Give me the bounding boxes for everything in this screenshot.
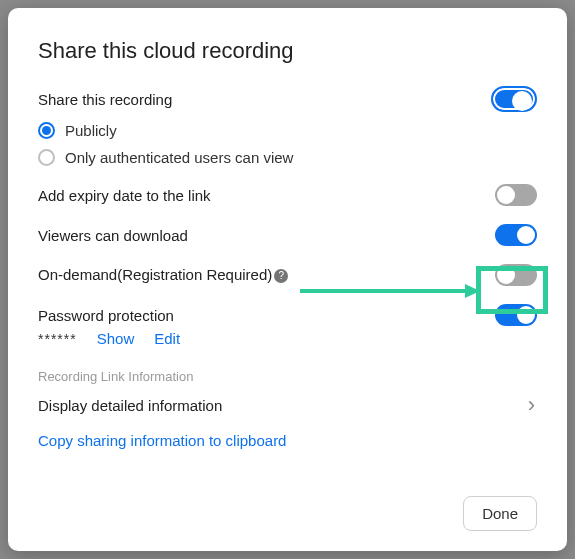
display-detailed-label: Display detailed information <box>38 397 222 414</box>
ondemand-toggle[interactable] <box>495 264 537 286</box>
copy-sharing-info-link[interactable]: Copy sharing information to clipboard <box>38 432 286 449</box>
share-recording-row: Share this recording <box>38 86 537 112</box>
modal-footer: Done <box>463 496 537 531</box>
expiry-toggle[interactable] <box>495 184 537 206</box>
radio-authenticated-label: Only authenticated users can view <box>65 149 293 166</box>
radio-publicly-label: Publicly <box>65 122 117 139</box>
download-label: Viewers can download <box>38 227 188 244</box>
chevron-right-icon: › <box>526 392 537 418</box>
share-recording-toggle[interactable] <box>491 86 537 112</box>
password-label: Password protection <box>38 307 174 324</box>
password-mask: ****** <box>38 331 77 347</box>
password-actions: ****** Show Edit <box>38 330 537 347</box>
download-toggle[interactable] <box>495 224 537 246</box>
password-row: Password protection <box>38 304 537 326</box>
done-button[interactable]: Done <box>463 496 537 531</box>
ondemand-row: On-demand(Registration Required)? <box>38 264 537 286</box>
radio-authenticated[interactable]: Only authenticated users can view <box>38 149 537 166</box>
display-detailed-row[interactable]: Display detailed information › <box>38 392 537 418</box>
share-recording-label: Share this recording <box>38 91 172 108</box>
modal-title: Share this cloud recording <box>38 38 537 64</box>
recording-link-section-label: Recording Link Information <box>38 369 537 384</box>
radio-icon <box>38 122 55 139</box>
ondemand-label: On-demand(Registration Required) <box>38 266 272 283</box>
svg-marker-1 <box>465 284 480 298</box>
password-show-link[interactable]: Show <box>97 330 135 347</box>
radio-publicly[interactable]: Publicly <box>38 122 537 139</box>
radio-icon <box>38 149 55 166</box>
password-toggle[interactable] <box>495 304 537 326</box>
password-edit-link[interactable]: Edit <box>154 330 180 347</box>
expiry-label: Add expiry date to the link <box>38 187 211 204</box>
annotation-arrow-icon <box>300 284 480 298</box>
ondemand-label-wrap: On-demand(Registration Required)? <box>38 266 288 284</box>
share-recording-modal: Share this cloud recording Share this re… <box>8 8 567 551</box>
share-visibility-radio-group: Publicly Only authenticated users can vi… <box>38 122 537 166</box>
download-row: Viewers can download <box>38 224 537 246</box>
help-icon[interactable]: ? <box>274 269 288 283</box>
expiry-row: Add expiry date to the link <box>38 184 537 206</box>
